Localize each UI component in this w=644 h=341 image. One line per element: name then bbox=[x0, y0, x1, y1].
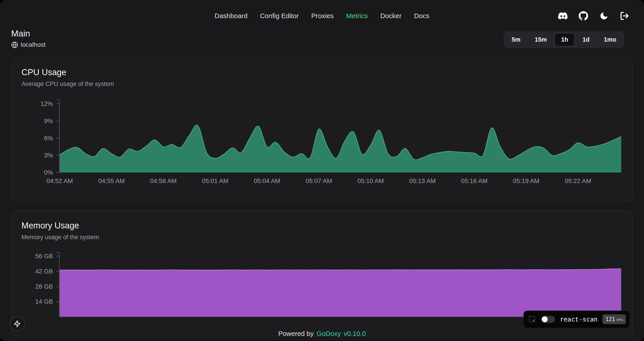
memory-chart-y-axis: 14 GB28 GB42 GB56 GB bbox=[22, 255, 59, 317]
x-axis-tick-label: 05:19 AM bbox=[513, 177, 539, 185]
page-title: Main bbox=[11, 29, 46, 39]
nav-item-config-editor[interactable]: Config Editor bbox=[260, 12, 299, 20]
time-range-1h[interactable]: 1h bbox=[554, 33, 575, 47]
y-axis-tick-label: 3% bbox=[44, 152, 53, 159]
host-label: localhost bbox=[21, 41, 46, 48]
time-range-1mo[interactable]: 1mo bbox=[597, 33, 623, 47]
cpu-usage-chart-plot[interactable] bbox=[59, 101, 621, 173]
x-axis-tick-label: 04:52 AM bbox=[46, 177, 73, 185]
x-axis-tick-label: 05:22 AM bbox=[565, 177, 591, 185]
y-axis-tick-label: 28 GB bbox=[35, 283, 53, 290]
nav-item-docs[interactable]: Docs bbox=[414, 12, 429, 20]
toggle-knob bbox=[542, 316, 548, 322]
fps-unit: FPS bbox=[616, 318, 623, 322]
y-axis-tick-mark bbox=[56, 172, 59, 173]
x-axis-tick-label: 05:01 AM bbox=[202, 177, 228, 185]
y-axis-tick-label: 9% bbox=[44, 118, 53, 125]
time-range-1d[interactable]: 1d bbox=[576, 33, 596, 47]
react-scan-toggle[interactable] bbox=[541, 316, 555, 323]
y-axis-tick-label: 42 GB bbox=[35, 268, 53, 275]
y-axis-tick-mark bbox=[56, 271, 59, 272]
y-axis-tick-mark bbox=[56, 121, 59, 122]
quick-actions-button[interactable] bbox=[10, 316, 24, 331]
time-range-selector: 5m 15m 1h 1d 1mo bbox=[504, 31, 624, 48]
cpu-card-subtitle: Average CPU usage of the system bbox=[22, 81, 621, 88]
cpu-card-title: CPU Usage bbox=[22, 68, 621, 77]
top-icon-group bbox=[558, 11, 630, 21]
github-icon bbox=[579, 11, 588, 21]
y-axis-tick-label: 56 GB bbox=[35, 253, 53, 260]
x-axis-tick-label: 05:10 AM bbox=[358, 177, 384, 185]
cpu-usage-chart: 0%3%6%9%12% 04:52 AM04:55 AM04:58 AM05:0… bbox=[22, 101, 621, 187]
time-range-5m[interactable]: 5m bbox=[505, 33, 527, 47]
y-axis-tick-mark bbox=[56, 155, 59, 156]
fps-value: 121 bbox=[605, 316, 615, 322]
host-row: localhost bbox=[11, 41, 46, 48]
main-nav: Dashboard Config Editor Proxies Metrics … bbox=[215, 12, 429, 20]
moon-icon bbox=[599, 11, 609, 21]
app-window: Dashboard Config Editor Proxies Metrics … bbox=[0, 0, 644, 341]
memory-card-title: Memory Usage bbox=[22, 221, 621, 230]
x-axis-tick-label: 05:13 AM bbox=[409, 177, 436, 185]
cpu-area-series bbox=[60, 101, 621, 173]
version-text: v0.10.0 bbox=[344, 330, 366, 337]
memory-card-subtitle: Memory usage of the system bbox=[22, 234, 621, 241]
footer: Powered by GoDoxy v0.10.0 bbox=[278, 330, 366, 337]
y-axis-tick-mark bbox=[56, 256, 59, 257]
cpu-chart-y-axis: 0%3%6%9%12% bbox=[22, 101, 59, 173]
y-axis-tick-mark bbox=[56, 104, 59, 104]
x-axis-tick-label: 05:07 AM bbox=[306, 177, 332, 185]
y-axis-tick-mark bbox=[56, 301, 59, 302]
discord-icon bbox=[558, 11, 568, 21]
nav-item-docker[interactable]: Docker bbox=[380, 12, 402, 20]
cpu-usage-card: CPU Usage Average CPU usage of the syste… bbox=[11, 57, 633, 202]
y-axis-tick-label: 14 GB bbox=[35, 298, 53, 305]
memory-usage-chart-plot[interactable] bbox=[59, 255, 621, 317]
react-scan-label: react-scan bbox=[560, 316, 598, 323]
globe-icon bbox=[11, 41, 18, 48]
y-axis-tick-mark bbox=[56, 138, 59, 139]
y-axis-tick-label: 12% bbox=[40, 100, 53, 107]
x-axis-tick-label: 04:58 AM bbox=[150, 177, 176, 185]
time-range-15m[interactable]: 15m bbox=[528, 33, 553, 47]
fps-badge: 121 FPS bbox=[602, 314, 626, 324]
nav-item-metrics[interactable]: Metrics bbox=[346, 12, 368, 20]
logout-button[interactable] bbox=[620, 11, 630, 21]
zap-icon bbox=[14, 320, 21, 327]
discord-link[interactable] bbox=[558, 11, 568, 21]
x-axis-tick-label: 05:04 AM bbox=[254, 177, 280, 185]
godoxy-link[interactable]: GoDoxy bbox=[317, 330, 341, 337]
memory-usage-chart: 14 GB28 GB42 GB56 GB bbox=[22, 255, 621, 317]
y-axis-tick-label: 6% bbox=[44, 135, 53, 142]
react-scan-widget: react-scan 121 FPS bbox=[524, 310, 630, 328]
y-axis-tick-mark bbox=[56, 286, 59, 287]
inspect-icon[interactable] bbox=[528, 315, 536, 323]
memory-area-series bbox=[60, 255, 621, 317]
powered-by-text: Powered by bbox=[278, 330, 314, 337]
nav-item-dashboard[interactable]: Dashboard bbox=[215, 12, 248, 20]
page-header-left: Main localhost bbox=[11, 29, 46, 48]
page-header: Main localhost 5m 15m 1h 1d 1mo bbox=[0, 29, 644, 48]
nav-item-proxies[interactable]: Proxies bbox=[311, 12, 334, 20]
y-axis-tick-label: 0% bbox=[44, 169, 53, 176]
x-axis-tick-label: 05:16 AM bbox=[461, 177, 488, 185]
cpu-chart-x-axis: 04:52 AM04:55 AM04:58 AM05:01 AM05:04 AM… bbox=[60, 177, 621, 187]
theme-toggle-button[interactable] bbox=[599, 11, 609, 21]
logout-icon bbox=[620, 11, 629, 21]
github-link[interactable] bbox=[578, 11, 588, 21]
top-bar: Dashboard Config Editor Proxies Metrics … bbox=[0, 0, 644, 29]
x-axis-tick-label: 04:55 AM bbox=[98, 177, 125, 185]
